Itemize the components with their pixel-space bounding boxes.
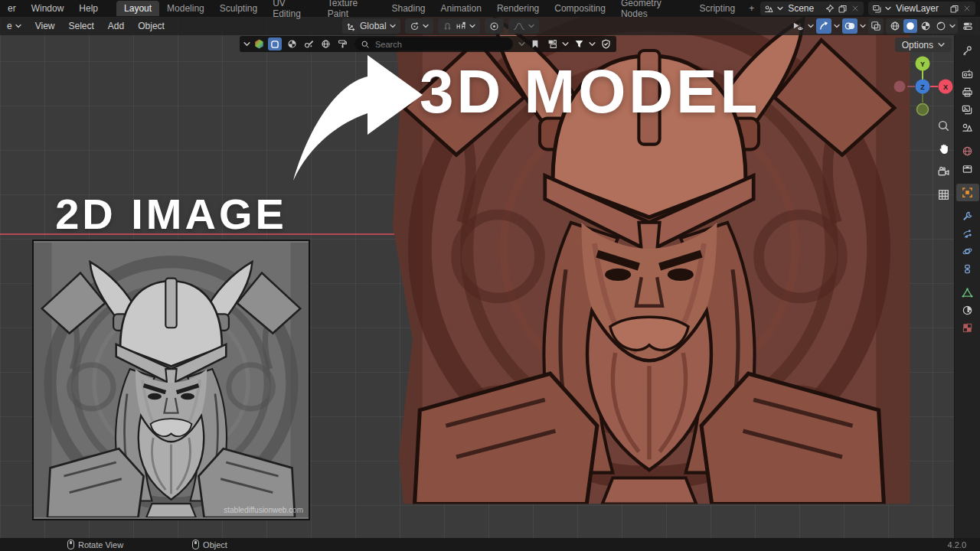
gizmo-y-neg-axis (917, 104, 929, 116)
mouse-button-icon (67, 540, 74, 549)
chevron-down-icon[interactable] (589, 41, 596, 47)
add-workspace-button[interactable]: + (743, 2, 760, 15)
gizmo-x-neg-axis (894, 81, 906, 93)
chevron-down-icon[interactable] (518, 41, 525, 47)
chevron-down-icon (469, 23, 475, 29)
chevron-down-icon[interactable] (860, 18, 866, 34)
workspace-tab-compositing[interactable]: Compositing (547, 1, 613, 16)
bookmark-icon[interactable] (528, 37, 542, 51)
window-stack-icon[interactable] (545, 37, 559, 51)
display-pie-sphere-button[interactable] (285, 37, 299, 51)
display-globe-button[interactable] (318, 37, 332, 51)
workspace-tab-geometry-nodes[interactable]: Geometry Nodes (613, 0, 692, 21)
properties-tab-collection[interactable] (956, 160, 979, 178)
menu-help[interactable]: Help (71, 2, 106, 15)
properties-tab-object-data[interactable] (956, 284, 979, 302)
zoom-icon[interactable] (935, 117, 952, 134)
scene-name: Scene (786, 3, 822, 14)
menu-render-partial[interactable]: er (0, 2, 24, 15)
scene-icon (764, 4, 774, 14)
snap-target-icon[interactable] (456, 21, 466, 31)
search-input[interactable] (374, 39, 507, 50)
toggle-ortho-grid-icon[interactable] (935, 186, 952, 203)
shading-solid-button[interactable] (903, 19, 917, 33)
wireframe-sphere-icon (890, 21, 900, 31)
shading-material-preview-button[interactable] (919, 19, 933, 33)
3d-viewport[interactable]: stablediffusionweb.com 2D IMAGE 3D MODEL… (0, 17, 980, 538)
pan-hand-icon[interactable] (935, 140, 952, 157)
shading-wireframe-button[interactable] (888, 19, 902, 33)
menu-window[interactable]: Window (24, 2, 72, 15)
properties-tab-scene[interactable] (956, 119, 979, 136)
properties-tab-particles[interactable] (956, 225, 979, 243)
rendered-sphere-icon (936, 21, 946, 31)
visibility-eye-icon (792, 21, 804, 32)
search-field[interactable] (354, 37, 513, 51)
display-pen-button[interactable] (302, 37, 315, 51)
menu-select[interactable]: Select (61, 18, 100, 34)
duplicate-icon[interactable] (949, 4, 959, 14)
proportional-editing-icon (489, 21, 499, 31)
show-overlays-toggle[interactable] (842, 18, 858, 34)
properties-tab-view-layer[interactable] (956, 101, 979, 119)
workspace-tab-shading[interactable]: Shading (384, 1, 433, 16)
arrow-icon (268, 46, 444, 195)
close-icon[interactable] (962, 4, 972, 13)
chevron-down-icon[interactable] (243, 41, 250, 47)
mouse-button-icon (192, 540, 199, 549)
chevron-down-icon[interactable] (949, 19, 956, 33)
pin-icon[interactable] (825, 4, 835, 14)
mode-dropdown[interactable]: e (0, 18, 28, 34)
workspace-tab-rendering[interactable]: Rendering (489, 1, 547, 16)
watermark: stablediffusionweb.com (224, 506, 303, 514)
properties-tab-render[interactable] (956, 66, 979, 83)
properties-tab-texture[interactable] (956, 319, 979, 337)
workspace-tab-scripting[interactable]: Scripting (691, 1, 743, 16)
blender-window: stablediffusionweb.com 2D IMAGE 3D MODEL… (0, 0, 980, 551)
display-paint-button[interactable] (335, 37, 349, 51)
workspace-tab-uv-editing[interactable]: UV Editing (265, 0, 320, 21)
properties-tab-rail (954, 35, 980, 538)
filter-funnel-icon[interactable] (572, 37, 586, 51)
close-icon[interactable] (851, 4, 860, 13)
chevron-down-icon[interactable] (808, 18, 814, 34)
shield-check-icon[interactable] (599, 37, 612, 51)
properties-tab-output[interactable] (956, 83, 979, 101)
display-square-button[interactable] (268, 37, 282, 51)
menu-view[interactable]: View (28, 18, 62, 34)
toggle-xray-button[interactable] (868, 18, 884, 34)
properties-tab-object[interactable] (956, 184, 979, 201)
show-gizmos-toggle[interactable] (816, 18, 831, 34)
xray-icon (871, 21, 881, 31)
chevron-down-icon[interactable] (562, 41, 569, 47)
duplicate-icon[interactable] (838, 4, 848, 14)
object-type-visibility-dropdown[interactable] (790, 18, 805, 34)
shading-mode-group (886, 18, 958, 34)
properties-tab-constraints[interactable] (956, 260, 979, 278)
workspace-tab-modeling[interactable]: Modeling (159, 1, 212, 16)
camera-view-icon[interactable] (935, 163, 952, 180)
chevron-down-icon[interactable] (834, 18, 840, 34)
shading-rendered-button[interactable] (934, 19, 948, 33)
properties-tab-modifiers[interactable] (956, 207, 979, 225)
workspace-tab-texture-paint[interactable]: Texture Paint (320, 0, 384, 21)
properties-tab-physics[interactable] (956, 243, 979, 260)
color-hexagon-icon[interactable] (253, 38, 265, 50)
chevron-down-icon (938, 41, 945, 48)
snap-magnet-icon[interactable] (443, 21, 452, 31)
editor-options-icon[interactable] (960, 18, 975, 34)
transform-orientation-icon (347, 21, 357, 31)
blender-version: 4.2.0 (948, 540, 966, 549)
chevron-down-icon (528, 23, 534, 29)
properties-tab-material[interactable] (956, 302, 979, 319)
workspace-tab-sculpting[interactable]: Sculpting (212, 1, 265, 16)
workspace-tab-layout[interactable]: Layout (116, 1, 159, 16)
options-button[interactable]: Options (895, 37, 952, 52)
scene-selector[interactable]: Scene (760, 2, 864, 15)
properties-tab-world[interactable] (956, 142, 979, 160)
workspace-tab-animation[interactable]: Animation (433, 1, 489, 16)
properties-tab-tool[interactable] (956, 42, 979, 60)
chevron-down-icon (777, 5, 783, 11)
viewlayer-selector[interactable]: ViewLayer (868, 2, 975, 15)
chevron-down-icon (885, 5, 891, 11)
